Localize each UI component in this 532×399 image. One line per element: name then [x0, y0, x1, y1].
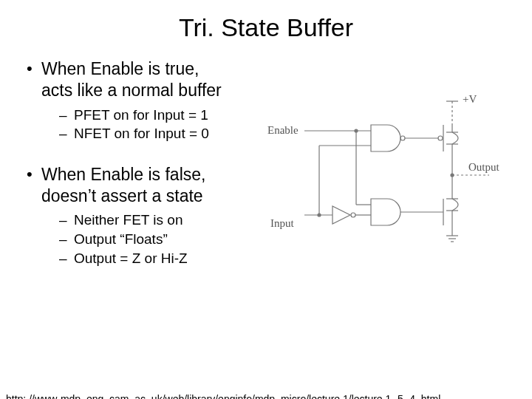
text-column: When Enable is true, acts like a normal … [24, 58, 260, 288]
svg-point-18 [400, 136, 405, 140]
bullet-enable-false: When Enable is false, doesn’t assert a s… [24, 164, 260, 267]
circuit-diagram: Enable Input Output +V [260, 88, 514, 288]
sub-bullet: Output “Floats” [41, 230, 260, 249]
sub-bullet: PFET on for Input = 1 [41, 106, 260, 125]
svg-point-21 [351, 213, 355, 217]
footer-url: http: //www-mdp. eng. cam. ac. uk/web/li… [6, 393, 440, 399]
slide-title: Tri. State Buffer [0, 13, 532, 42]
svg-point-26 [355, 129, 358, 132]
bullet-line: When Enable is false, [41, 165, 205, 184]
svg-point-3 [438, 136, 443, 140]
sub-bullet: NFET on for Input = 0 [41, 124, 260, 143]
bullet-enable-true: When Enable is true, acts like a normal … [24, 58, 260, 143]
sub-bullet: Neither FET is on [41, 211, 260, 230]
label-vcc: +V [463, 93, 477, 105]
bullet-line: acts like a normal buffer [41, 81, 222, 100]
label-output: Output [468, 161, 500, 173]
sub-bullet: Output = Z or Hi-Z [41, 249, 260, 268]
bullet-line: When Enable is true, [41, 59, 200, 78]
label-enable: Enable [267, 124, 299, 136]
label-input: Input [270, 217, 294, 229]
svg-point-30 [318, 214, 321, 216]
bullet-line: doesn’t assert a state [41, 186, 203, 205]
